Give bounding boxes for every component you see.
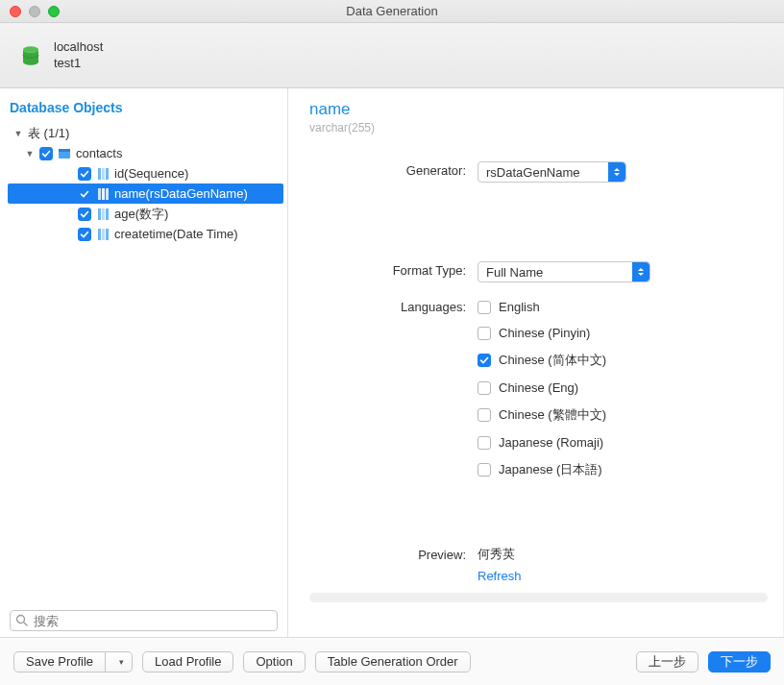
footer: Save Profile ▾ Load Profile Option Table… [0,637,784,685]
svg-rect-14 [106,229,109,240]
table-gen-order-label: Table Generation Order [328,654,458,669]
generator-value: rsDataGenName [486,165,580,180]
next-label: 下一步 [721,653,758,671]
next-button[interactable]: 下一步 [708,651,771,673]
horizontal-scrollbar[interactable] [309,593,768,602]
connection-host: localhost [54,39,103,55]
checkbox[interactable] [39,147,53,160]
save-profile-combo: Save Profile ▾ [13,651,133,673]
tree-table-label: contacts [76,146,283,160]
object-tree: ▼ 表 (1/1) ▼ contacts ▼ id(Sequence) ▼ [4,123,283,606]
languages-label: Languages: [309,298,478,314]
checkbox[interactable] [478,301,491,314]
language-option[interactable]: Chinese (繁體中文) [478,406,768,424]
connection-text: localhost test1 [54,39,103,71]
checkbox[interactable] [478,463,491,477]
chevron-down-icon[interactable]: ▼ [13,129,23,138]
tree-root-label: 表 (1/1) [28,125,283,142]
search-icon [15,614,28,629]
svg-line-16 [24,623,28,626]
language-option[interactable]: Japanese (Romaji) [478,435,768,450]
language-label: Chinese (Pinyin) [499,326,590,340]
svg-rect-4 [102,168,105,180]
language-label: Japanese (日本語) [499,461,602,478]
svg-rect-9 [98,208,101,220]
option-button[interactable]: Option [243,651,305,673]
svg-rect-8 [106,188,109,200]
connection-db: test1 [54,56,103,71]
languages-list: English Chinese (Pinyin) Chinese (简体中文) … [478,300,768,478]
option-label: Option [256,654,292,669]
tree-column-label: id(Sequence) [114,166,283,181]
select-stepper-icon [632,262,649,281]
language-option[interactable]: Japanese (日本語) [478,461,768,478]
svg-rect-11 [106,208,109,220]
svg-rect-7 [102,188,105,200]
language-label: Chinese (Eng) [499,380,578,395]
save-profile-dropdown-button[interactable]: ▾ [106,651,133,673]
database-icon [19,44,42,67]
traffic-lights [0,6,60,17]
detail-panel: name varchar(255) Generator: rsDataGenNa… [288,88,784,637]
tree-column-label: name(rsDataGenName) [114,186,283,201]
language-label: Chinese (繁體中文) [499,406,606,424]
checkbox[interactable] [478,408,491,422]
svg-rect-3 [98,168,101,180]
generator-label: Generator: [309,161,478,178]
zoom-window-button[interactable] [48,6,60,17]
tree-column-label: createtime(Date Time) [114,227,283,241]
column-icon [96,208,110,221]
checkbox[interactable] [478,354,491,367]
language-option[interactable]: Chinese (Eng) [478,380,768,395]
checkbox[interactable] [78,167,91,181]
language-label: Chinese (简体中文) [499,352,606,369]
refresh-link[interactable]: Refresh [478,569,522,583]
minimize-window-button[interactable] [29,6,40,17]
column-icon [96,228,110,241]
titlebar: Data Generation [0,0,784,23]
svg-rect-5 [106,168,109,180]
save-profile-button[interactable]: Save Profile [13,651,106,673]
checkbox[interactable] [478,381,491,395]
tree-column[interactable]: ▼ age(数字) [8,204,283,224]
save-profile-label: Save Profile [26,654,93,669]
svg-rect-6 [98,188,101,200]
format-type-value: Full Name [486,265,543,280]
format-type-label: Format Type: [309,261,478,278]
tree-column[interactable]: ▼ createtime(Date Time) [8,224,283,244]
column-name-title: name [309,100,768,119]
checkbox[interactable] [78,208,91,221]
chevron-down-icon: ▾ [119,657,124,667]
column-icon [96,167,110,181]
table-generation-order-button[interactable]: Table Generation Order [315,651,471,673]
svg-rect-10 [102,208,105,220]
format-type-select[interactable]: Full Name [478,261,650,282]
table-icon [58,147,71,160]
previous-button[interactable]: 上一步 [636,651,698,673]
previous-label: 上一步 [649,653,686,671]
chevron-down-icon[interactable]: ▼ [25,149,35,159]
language-option[interactable]: Chinese (Pinyin) [478,326,768,340]
language-option[interactable]: Chinese (简体中文) [478,352,768,369]
checkbox[interactable] [478,327,491,340]
generator-select[interactable]: rsDataGenName [478,161,626,183]
language-option[interactable]: English [478,300,768,314]
checkbox[interactable] [78,228,91,241]
tree-root[interactable]: ▼ 表 (1/1) [8,123,283,143]
sidebar: Database Objects ▼ 表 (1/1) ▼ contacts ▼ … [0,88,288,637]
load-profile-button[interactable]: Load Profile [142,651,233,673]
preview-value: 何秀英 [478,546,768,563]
tree-column-label: age(数字) [114,206,283,223]
checkbox[interactable] [78,187,91,201]
tree-column[interactable]: ▼ id(Sequence) [8,163,283,183]
tree-column[interactable]: ▼ name(rsDataGenName) [8,183,283,204]
column-icon [96,187,110,201]
svg-rect-13 [102,229,105,240]
tree-table[interactable]: ▼ contacts [8,143,283,163]
checkbox[interactable] [478,436,491,450]
select-stepper-icon [608,162,625,182]
preview-label: Preview: [309,546,478,562]
close-window-button[interactable] [10,6,21,17]
svg-rect-12 [98,229,101,240]
search-input[interactable] [10,610,278,631]
